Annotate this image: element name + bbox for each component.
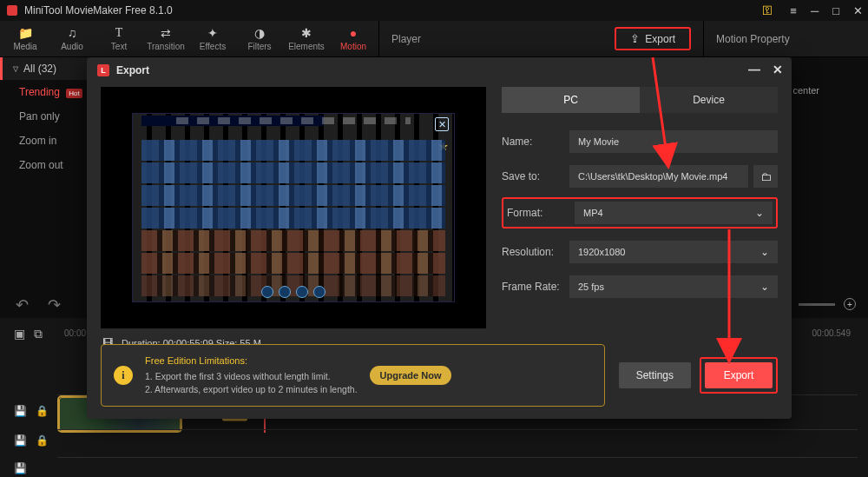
settings-button[interactable]: Settings bbox=[619, 362, 691, 388]
tool-filters[interactable]: ◑Filters bbox=[236, 26, 283, 51]
tool-transition-label: Transition bbox=[147, 42, 185, 51]
text-icon: T bbox=[115, 26, 123, 40]
window-controls: ⚿ ≡ ─ □ ✕ bbox=[762, 0, 863, 21]
zoom-slider-track[interactable] bbox=[799, 303, 835, 306]
dialog-title: Export bbox=[116, 64, 149, 76]
tool-effects[interactable]: ✦Effects bbox=[189, 26, 236, 51]
sidebar-item-label: Pan only bbox=[19, 110, 60, 123]
dialog-titlebar: L Export — ✕ bbox=[87, 57, 792, 83]
track-controls: 💾 bbox=[14, 462, 54, 474]
row-saveto: Save to: C:\Users\tk\Desktop\My Movie.mp… bbox=[502, 165, 778, 188]
tool-text[interactable]: TText bbox=[95, 26, 142, 51]
transition-icon: ⇄ bbox=[161, 26, 171, 40]
preview-frame: ✕ ★ bbox=[132, 113, 455, 302]
folder-icon: 📁 bbox=[18, 26, 33, 40]
player-panel-header: Player ⇪ Export bbox=[379, 27, 703, 50]
tab-pc[interactable]: PC bbox=[502, 87, 640, 113]
row-name: Name: My Movie bbox=[502, 130, 778, 153]
format-highlight: Format: MP4⌄ bbox=[502, 197, 778, 229]
tool-filters-label: Filters bbox=[247, 42, 271, 51]
filters-icon: ◑ bbox=[254, 26, 265, 40]
saveto-input[interactable]: C:\Users\tk\Desktop\My Movie.mp4 bbox=[569, 165, 748, 188]
track-controls: 💾 🔒 bbox=[14, 434, 54, 447]
dialog-minimize-button[interactable]: — bbox=[748, 63, 760, 76]
fps-label: Frame Rate: bbox=[502, 281, 569, 293]
limitations-banner: i Free Edition Limitations: 1. Export th… bbox=[101, 344, 605, 407]
export-button[interactable]: Export bbox=[705, 362, 773, 388]
resolution-value: 1920x1080 bbox=[578, 247, 625, 257]
name-label: Name: bbox=[502, 136, 569, 148]
titlebar: MiniTool MovieMaker Free 8.1.0 ⚿ ≡ ─ □ ✕ bbox=[0, 0, 868, 21]
duplicate-track-button[interactable]: ⧉ bbox=[34, 327, 43, 341]
limitations-text: Free Edition Limitations: 1. Export the … bbox=[145, 354, 358, 397]
tool-elements[interactable]: ✱Elements bbox=[283, 26, 330, 51]
export-top-button[interactable]: ⇪ Export bbox=[615, 27, 691, 50]
maximize-button[interactable]: □ bbox=[832, 5, 839, 17]
row-format: Format: MP4⌄ bbox=[507, 202, 773, 224]
export-label: Export bbox=[724, 369, 754, 381]
lock-icon[interactable]: 🔒 bbox=[36, 405, 49, 417]
limitations-line2: 2. Afterwards, export video up to 2 minu… bbox=[145, 384, 358, 394]
text-track[interactable] bbox=[57, 457, 858, 477]
save-icon[interactable]: 💾 bbox=[14, 405, 27, 417]
tool-media-label: Media bbox=[13, 42, 36, 51]
tool-audio[interactable]: ♫Audio bbox=[49, 26, 95, 51]
name-input[interactable]: My Movie bbox=[569, 130, 778, 153]
preview-box: ✕ ★ bbox=[101, 87, 486, 328]
elements-icon: ✱ bbox=[301, 26, 312, 40]
hot-badge: Hot bbox=[66, 89, 82, 98]
dialog-footer: i Free Edition Limitations: 1. Export th… bbox=[101, 344, 778, 407]
tab-device[interactable]: Device bbox=[640, 87, 778, 113]
music-icon: ♫ bbox=[68, 26, 77, 40]
limitations-title: Free Edition Limitations: bbox=[145, 354, 358, 368]
save-icon[interactable]: 💾 bbox=[14, 434, 27, 447]
zoom-controls: + bbox=[783, 298, 856, 310]
tool-motion[interactable]: ●Motion bbox=[330, 26, 377, 51]
row-resolution: Resolution: 1920x1080⌄ bbox=[502, 241, 778, 263]
preview-close-icon: ✕ bbox=[435, 117, 449, 131]
menu-button[interactable]: ≡ bbox=[790, 5, 797, 17]
chevron-down-icon: ⌄ bbox=[760, 246, 769, 258]
preview-column: ✕ ★ 🎞 Duration: 00:00:55:09 Size: 55 M bbox=[101, 87, 486, 349]
lock-icon[interactable]: 🔒 bbox=[36, 434, 49, 447]
chevron-down-icon: ⌄ bbox=[755, 207, 764, 219]
export-highlight: Export bbox=[700, 357, 778, 394]
audio-track[interactable] bbox=[57, 429, 858, 455]
dialog-close-button[interactable]: ✕ bbox=[773, 63, 783, 76]
sidebar-item-label: Trending bbox=[19, 86, 60, 98]
chevron-down-icon: ⌄ bbox=[760, 281, 769, 293]
key-icon[interactable]: ⚿ bbox=[762, 5, 773, 16]
info-icon: i bbox=[114, 366, 133, 385]
motion-icon: ● bbox=[350, 26, 357, 40]
tab-pc-label: PC bbox=[563, 94, 578, 106]
close-button[interactable]: ✕ bbox=[853, 5, 863, 17]
tab-device-label: Device bbox=[693, 94, 725, 106]
tool-media[interactable]: 📁Media bbox=[2, 26, 49, 51]
save-icon[interactable]: 💾 bbox=[14, 462, 27, 474]
undo-button[interactable]: ↶ bbox=[16, 295, 29, 315]
caret-down-icon: ▽ bbox=[13, 65, 18, 73]
tool-text-label: Text bbox=[111, 42, 127, 51]
zoom-in-button[interactable]: + bbox=[844, 298, 856, 310]
upgrade-button[interactable]: Upgrade Now bbox=[370, 366, 452, 385]
format-select[interactable]: MP4⌄ bbox=[575, 202, 773, 224]
add-track-button[interactable]: ▣ bbox=[14, 327, 25, 341]
export-dialog: L Export — ✕ ✕ ★ 🎞 Duration: 00:00:5 bbox=[87, 57, 792, 419]
resolution-select[interactable]: 1920x1080⌄ bbox=[569, 241, 778, 263]
sidebar-item-label: Zoom in bbox=[19, 135, 56, 147]
minimize-button[interactable]: ─ bbox=[811, 5, 819, 17]
dialog-action-buttons: Settings Export bbox=[619, 357, 778, 394]
browse-folder-button[interactable]: 🗀 bbox=[753, 165, 778, 188]
dialog-logo-icon: L bbox=[97, 64, 109, 76]
right-panel-title: Motion Property bbox=[716, 33, 790, 45]
tool-transition[interactable]: ⇄Transition bbox=[142, 26, 189, 51]
sidebar-all-label: All (32) bbox=[23, 63, 56, 75]
undo-redo-row: ↶ ↷ bbox=[16, 295, 61, 315]
track-controls: 💾 🔒 bbox=[14, 405, 54, 417]
folder-icon: 🗀 bbox=[760, 170, 772, 183]
top-toolbar: 📁Media ♫Audio TText ⇄Transition ✦Effects… bbox=[0, 21, 868, 57]
app-logo-icon bbox=[7, 5, 17, 16]
fps-select[interactable]: 25 fps⌄ bbox=[569, 275, 778, 298]
redo-button[interactable]: ↷ bbox=[48, 295, 61, 315]
export-form: PC Device Name: My Movie Save to: C:\Use… bbox=[502, 87, 778, 349]
